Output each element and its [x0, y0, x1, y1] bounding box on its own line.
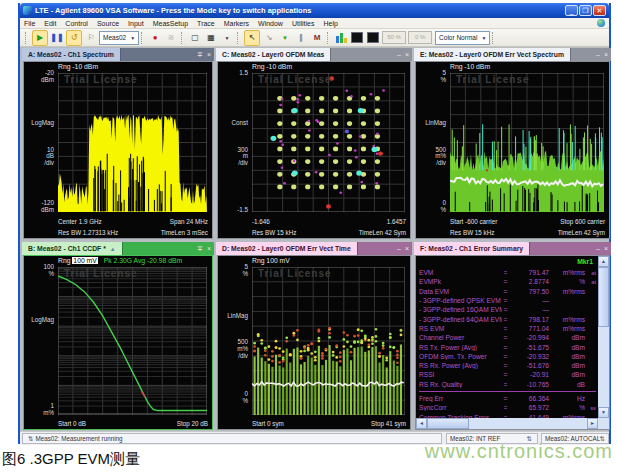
row-unit: % — [549, 404, 585, 411]
marker-down-icon[interactable]: ▼ — [278, 31, 292, 45]
menu-item-control[interactable]: Control — [65, 20, 88, 27]
err-spectrum-grid[interactable]: Trial License — [450, 73, 604, 212]
close-icon[interactable]: × — [207, 51, 211, 58]
menu-item-utilities[interactable]: Utilities — [292, 20, 315, 27]
band-pair-icon[interactable]: ∥ — [294, 31, 308, 45]
close-button[interactable]: ✕ — [593, 5, 606, 16]
panel-f-header[interactable]: F: Meas02 - Ch1 Error Summary –× — [414, 242, 611, 255]
toolbar-grip[interactable] — [327, 32, 331, 44]
ccdf-grid[interactable]: Trial License — [58, 267, 207, 415]
pause-icon[interactable]: ❚❚ — [50, 31, 64, 45]
panel-d-header[interactable]: D: Meas02 - Layer0 OFDM Err Vect Time –× — [216, 242, 412, 255]
panel-d-tab[interactable]: D: Meas02 - Layer0 OFDM Err Vect Time — [216, 242, 358, 255]
percent-field-2[interactable]: 0 % — [408, 31, 432, 44]
menu-item-help[interactable]: Help — [324, 20, 338, 27]
menu-item-file[interactable]: File — [24, 20, 35, 27]
panel-b-plot[interactable]: Rng 100 mV Pk 2.30G Avg -20.98 dBm 100 %… — [23, 255, 213, 430]
panel-b-header[interactable]: B: Meas02 - Ch1 CCDF * ▲ ∓× — [22, 242, 214, 255]
row-part: = — [502, 325, 509, 332]
selection-tool-icon[interactable]: ⚐ — [84, 31, 98, 45]
trace-b-icon[interactable] — [366, 31, 380, 45]
scroll-up-icon[interactable]: ▲ — [598, 256, 609, 267]
restore-button[interactable]: ❐ — [579, 5, 592, 16]
vertical-scrollbar[interactable]: ▲ ▼ — [598, 256, 609, 418]
slope-tool-icon[interactable]: ↘ — [262, 31, 276, 45]
scroll-down-icon[interactable]: ▼ — [598, 407, 609, 418]
y-top-label: 5 % — [440, 70, 446, 84]
measurement-select[interactable]: Meas02 ▼ — [99, 31, 139, 45]
panel-f-tab[interactable]: F: Meas02 - Ch1 Error Summary — [414, 242, 530, 255]
menu-item-input[interactable]: Input — [128, 20, 144, 27]
panel-c-tab[interactable]: C: Meas02 - Layer0 OFDM Meas — [216, 48, 331, 61]
panel-e-tab[interactable]: E: Meas02 - Layer0 OFDM Err Vect Spectru… — [414, 48, 571, 61]
minimize-icon[interactable]: – — [397, 51, 401, 58]
toolbar-grip[interactable] — [181, 32, 185, 44]
trace-a-icon[interactable] — [350, 31, 364, 45]
panel-a-tab[interactable]: A: Meas02 - Ch1 Spectrum — [22, 48, 121, 61]
app-badge-icon[interactable] — [597, 19, 605, 27]
pin-icon[interactable]: ∓ — [197, 51, 203, 59]
close-icon[interactable]: × — [604, 245, 608, 252]
panel-a-header[interactable]: A: Meas02 - Ch1 Spectrum ∓× — [22, 48, 214, 61]
row-value: -20.932 — [509, 353, 549, 360]
minimize-icon[interactable]: – — [596, 245, 600, 252]
percent-field-1[interactable]: 50 % — [382, 31, 406, 44]
toolbar-grip[interactable] — [25, 32, 29, 44]
panel-e-plot[interactable]: Rng -10 dBm 5 % LinMag 500 m% /div 0 % T… — [415, 61, 610, 239]
title-bar[interactable]: LTE - Agilent 89600 VSA Software - Press… — [20, 3, 609, 18]
minimize-button[interactable]: _ — [565, 5, 578, 16]
play-icon[interactable]: ▶ — [32, 30, 48, 46]
toolbar-grip[interactable] — [237, 32, 241, 44]
menu-item-edit[interactable]: Edit — [44, 20, 56, 27]
err-time-grid[interactable]: Trial License — [252, 267, 405, 415]
menu-item-meassetup[interactable]: MeasSetup — [153, 20, 188, 27]
error-summary-row: - 3GPP-defined 64QAM EVM=798.17m%rms — [419, 314, 596, 323]
row-part: = — [502, 404, 509, 411]
constellation-grid[interactable]: Trial License — [252, 73, 405, 212]
spinner-icon[interactable]: ⇅ — [28, 435, 33, 443]
color-mode-select[interactable]: Color Normal ▼ — [435, 31, 490, 45]
menu-item-source[interactable]: Source — [97, 20, 119, 27]
scroll-right-icon[interactable]: ► — [587, 418, 598, 429]
y-bottom-label: -1.5 — [237, 207, 248, 214]
spectrum-grid[interactable]: Trial License — [58, 73, 207, 212]
histogram-icon[interactable] — [334, 31, 348, 45]
panel-b-tab[interactable]: B: Meas02 - Ch1 CCDF * ▲ — [22, 242, 123, 255]
pointer-tool-icon[interactable]: ↖ — [244, 30, 260, 46]
menu-item-window[interactable]: Window — [258, 20, 283, 27]
toolbar-grip[interactable] — [141, 32, 145, 44]
panel-d-plot[interactable]: Rng 100 mV 5 % LinMag 500 m% /div 0 % Tr… — [217, 255, 411, 430]
workspace: A: Meas02 - Ch1 Spectrum ∓× Rng -10 dBm … — [20, 47, 609, 431]
horizontal-scroll-thumb[interactable] — [427, 418, 469, 429]
close-icon[interactable]: × — [405, 245, 409, 252]
rng-value-field[interactable]: 100 mV — [72, 257, 97, 264]
minimize-icon[interactable]: – — [596, 51, 600, 58]
record-icon[interactable]: ● — [148, 31, 162, 45]
scroll-left-icon[interactable]: ◄ — [416, 418, 427, 429]
menu-item-trace[interactable]: Trace — [197, 20, 215, 27]
restart-icon[interactable]: ↺ — [66, 30, 82, 46]
close-icon[interactable]: × — [604, 51, 608, 58]
panel-c-plot[interactable]: Rng -10 dBm 1.5 Const 300 m /div -1.5 Tr… — [217, 61, 411, 239]
close-icon[interactable]: × — [207, 245, 211, 252]
y-div-label: 500 m% /div — [435, 147, 446, 167]
marker-m-icon[interactable]: M — [310, 31, 324, 45]
menu-item-markers[interactable]: Markers — [224, 20, 249, 27]
panel-e-header[interactable]: E: Meas02 - Layer0 OFDM Err Vect Spectru… — [414, 48, 611, 61]
row-unit: dBm — [549, 344, 585, 351]
panel-c-header[interactable]: C: Meas02 - Layer0 OFDM Meas –× — [216, 48, 412, 61]
pin-icon[interactable]: ∓ — [197, 245, 203, 253]
panel-f-body[interactable]: Mkr1 EVM=791.47m%rmsatEVMPk=2.8774%atDat… — [415, 255, 610, 430]
panel-a-plot[interactable]: Rng -10 dBm -20 dBm LogMag 10 dB /div -1… — [23, 61, 213, 239]
vertical-scroll-thumb[interactable] — [598, 267, 609, 327]
minimize-icon[interactable]: – — [397, 245, 401, 252]
horizontal-scrollbar[interactable]: ◄ ► — [416, 418, 598, 429]
scale-label: LogMag — [31, 120, 54, 127]
single-layout-icon[interactable]: ▢ — [188, 31, 202, 45]
close-icon[interactable]: × — [405, 51, 409, 58]
toolbar: ▶ ❚❚ ↺ ⚐ Meas02 ▼ ● ≋ ▢ ▦ ▼ ↖ ↘ ▼ ∥ M — [20, 29, 609, 47]
layout-chevron-down-icon[interactable]: ▼ — [220, 31, 234, 45]
row-part: = — [502, 278, 509, 285]
quad-layout-icon[interactable]: ▦ — [204, 31, 218, 45]
toolbar-grip[interactable] — [492, 32, 496, 44]
